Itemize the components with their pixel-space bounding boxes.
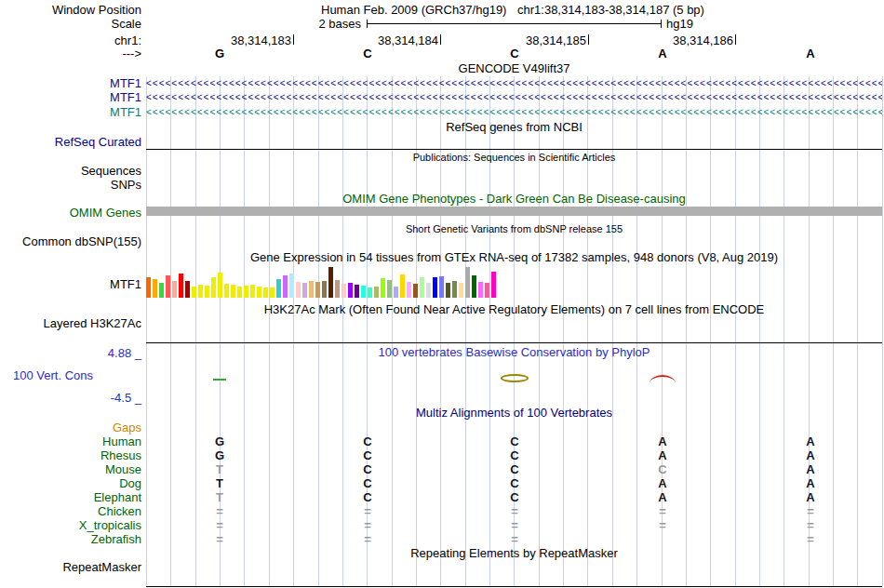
gtex-bar[interactable] bbox=[322, 281, 327, 298]
gtex-bar[interactable] bbox=[381, 278, 385, 298]
gtex-bar[interactable] bbox=[153, 279, 157, 298]
gene-line-mtf1-2[interactable]: <<<<<<<<<<<<<<<<<<<<<<<<<<<<<<<<<<<<<<<<… bbox=[146, 91, 882, 103]
species-label-x_tropicalis[interactable]: X_tropicalis bbox=[0, 518, 141, 532]
gtex-bar[interactable] bbox=[166, 275, 170, 298]
gtex-bar[interactable] bbox=[452, 281, 457, 298]
gtex-bar[interactable] bbox=[224, 284, 229, 298]
alignment-cell: A bbox=[806, 434, 814, 448]
gtex-bar[interactable] bbox=[355, 285, 359, 298]
track-label-common-dbsnp[interactable]: Common dbSNP(155) bbox=[0, 234, 141, 248]
alignment-cell: A bbox=[806, 462, 814, 476]
reference-base: A bbox=[806, 47, 814, 60]
species-label-dog[interactable]: Dog bbox=[0, 476, 141, 490]
repeatmasker-header[interactable]: Repeating Elements by RepeatMasker bbox=[146, 547, 882, 560]
gtex-header[interactable]: Gene Expression in 54 tissues from GTEx … bbox=[146, 251, 882, 264]
refseq-header[interactable]: RefSeq genes from NCBI bbox=[146, 121, 882, 134]
omim-gene-bar[interactable] bbox=[146, 207, 882, 216]
gencode-header[interactable]: GENCODE V49lift37 bbox=[146, 62, 882, 75]
alignment-cell: C bbox=[658, 462, 666, 476]
gtex-bar[interactable] bbox=[374, 287, 379, 298]
gtex-bar[interactable] bbox=[205, 286, 209, 298]
gtex-bar[interactable] bbox=[276, 279, 281, 298]
gtex-bar[interactable] bbox=[420, 277, 424, 298]
gtex-bar[interactable] bbox=[296, 282, 301, 298]
gtex-bar[interactable] bbox=[446, 283, 450, 298]
dbsnp-header[interactable]: Short Genetic Variants from dbSNP releas… bbox=[146, 222, 882, 235]
gtex-bar[interactable] bbox=[179, 274, 183, 298]
gtex-bar[interactable] bbox=[335, 280, 340, 298]
gtex-bar[interactable] bbox=[257, 287, 261, 298]
gene-label-mtf1-1[interactable]: MTF1 bbox=[0, 76, 141, 90]
gene-line-mtf1-3[interactable]: <<<<<<<<<<<<<<<<<<<<<<<<<<<<<<<<<<<<<<<<… bbox=[146, 106, 882, 118]
gene-line-mtf1-1[interactable]: <<<<<<<<<<<<<<<<<<<<<<<<<<<<<<<<<<<<<<<<… bbox=[146, 77, 882, 89]
gtex-bar[interactable] bbox=[433, 277, 437, 298]
species-label-mouse[interactable]: Mouse bbox=[0, 462, 141, 476]
alignment-cell: = bbox=[807, 518, 814, 532]
gtex-bar[interactable] bbox=[263, 287, 268, 298]
species-label-chicken[interactable]: Chicken bbox=[0, 504, 141, 518]
multiz-header[interactable]: Multiz Alignments of 100 Vertebrates bbox=[146, 407, 882, 420]
track-label-refseq-curated[interactable]: RefSeq Curated bbox=[0, 135, 141, 149]
gtex-bar[interactable] bbox=[426, 283, 431, 298]
track-label-repeatmasker[interactable]: RepeatMasker bbox=[0, 560, 141, 574]
track-label-gtex-mtf1[interactable]: MTF1 bbox=[0, 277, 141, 291]
gtex-bar[interactable] bbox=[394, 287, 398, 298]
gtex-bar[interactable] bbox=[302, 283, 307, 298]
coordinate-tick bbox=[588, 34, 589, 45]
omim-header[interactable]: OMIM Gene Phenotypes - Dark Green Can Be… bbox=[146, 193, 882, 206]
gtex-bar[interactable] bbox=[439, 276, 444, 298]
gtex-bar[interactable] bbox=[231, 285, 235, 298]
gtex-bar[interactable] bbox=[465, 267, 470, 298]
track-label-omim-genes[interactable]: OMIM Genes bbox=[0, 206, 141, 220]
gtex-bar[interactable] bbox=[198, 285, 203, 298]
species-label-human[interactable]: Human bbox=[0, 434, 141, 448]
gtex-bar[interactable] bbox=[211, 277, 216, 298]
cons-header[interactable]: 100 vertebrates Basewise Conservation by… bbox=[146, 346, 882, 359]
gtex-bar[interactable] bbox=[218, 273, 222, 298]
gtex-bar[interactable] bbox=[361, 286, 366, 298]
gtex-bar[interactable] bbox=[472, 275, 476, 298]
publications-header[interactable]: Publications: Sequences in Scientific Ar… bbox=[146, 151, 882, 164]
gtex-bar[interactable] bbox=[413, 284, 418, 298]
alignment-cell: C bbox=[363, 490, 371, 504]
gtex-bar[interactable] bbox=[368, 287, 372, 298]
gtex-bar[interactable] bbox=[478, 282, 483, 298]
scale-bar-right-tick bbox=[661, 20, 662, 28]
gtex-bar[interactable] bbox=[244, 286, 248, 298]
track-label-snps[interactable]: SNPs bbox=[0, 178, 141, 192]
gtex-bar[interactable] bbox=[185, 281, 190, 298]
track-label-100-vert-cons[interactable]: 100 Vert. Cons bbox=[13, 368, 93, 382]
gtex-bar[interactable] bbox=[172, 281, 177, 298]
gene-label-mtf1-3[interactable]: MTF1 bbox=[0, 105, 141, 119]
gtex-bar[interactable] bbox=[348, 283, 353, 298]
alignment-cell: T bbox=[216, 476, 223, 490]
gtex-bar[interactable] bbox=[270, 287, 275, 298]
gtex-bar[interactable] bbox=[283, 275, 288, 298]
gtex-bar[interactable] bbox=[407, 282, 411, 298]
gtex-bar[interactable] bbox=[192, 287, 196, 298]
track-label-gaps[interactable]: Gaps bbox=[0, 421, 141, 434]
alignment-cell: C bbox=[510, 462, 518, 476]
gtex-bar[interactable] bbox=[400, 274, 405, 298]
h3k27ac-header[interactable]: H3K27Ac Mark (Often Found Near Active Re… bbox=[146, 303, 882, 316]
gtex-bar[interactable] bbox=[309, 281, 314, 298]
gtex-bar[interactable] bbox=[387, 280, 392, 298]
gtex-bar[interactable] bbox=[237, 287, 242, 298]
track-label-sequences[interactable]: Sequences bbox=[0, 164, 141, 178]
species-label-rhesus[interactable]: Rhesus bbox=[0, 448, 141, 462]
gtex-bar[interactable] bbox=[250, 285, 255, 298]
alignment-cell: = bbox=[364, 504, 371, 518]
gtex-bar[interactable] bbox=[328, 267, 333, 298]
gtex-bar[interactable] bbox=[159, 283, 164, 298]
gtex-bar[interactable] bbox=[459, 283, 463, 298]
gtex-bar[interactable] bbox=[491, 272, 496, 298]
gtex-bar[interactable] bbox=[342, 284, 346, 298]
gtex-bar[interactable] bbox=[485, 283, 489, 298]
species-label-elephant[interactable]: Elephant bbox=[0, 490, 141, 504]
gtex-bar[interactable] bbox=[146, 277, 151, 298]
gtex-bar[interactable] bbox=[289, 274, 294, 298]
gtex-bar[interactable] bbox=[315, 282, 320, 298]
track-label-layered-h3k27ac[interactable]: Layered H3K27Ac bbox=[0, 316, 141, 330]
species-label-zebrafish[interactable]: Zebrafish bbox=[0, 532, 141, 546]
gene-label-mtf1-2[interactable]: MTF1 bbox=[0, 90, 141, 104]
